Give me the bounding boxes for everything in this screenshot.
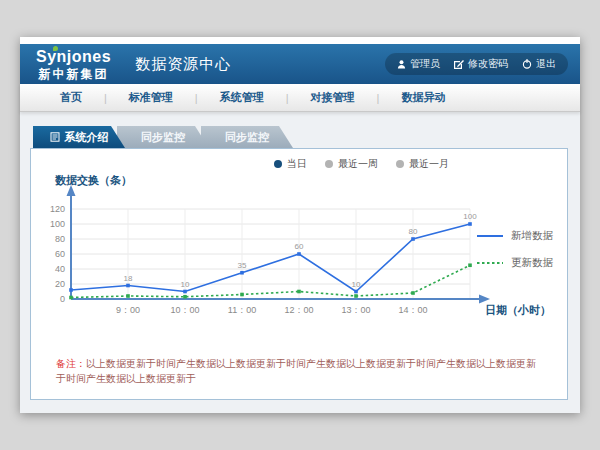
user-menu-admin-label: 管理员: [410, 57, 440, 71]
edit-icon: [454, 59, 464, 69]
user-icon: [397, 59, 406, 69]
svg-text:80: 80: [409, 227, 418, 236]
svg-text:20: 20: [55, 279, 65, 289]
radio-label: 最近一月: [409, 157, 449, 171]
chart-legend: 新增数据 更新数据: [477, 229, 553, 270]
change-password-label: 修改密码: [468, 57, 508, 71]
chart-panel: 当日 最近一周 最近一月 0204060801001209：0010：0011：…: [30, 148, 568, 400]
svg-text:数据交换（条）: 数据交换（条）: [54, 174, 132, 187]
legend-line-solid-icon: [477, 233, 503, 239]
svg-text:80: 80: [55, 234, 65, 244]
footnote: 备注：以上数据更新于时间产生数据以上数据更新于时间产生数据以上数据更新于时间产生…: [56, 357, 544, 386]
svg-text:100: 100: [50, 219, 65, 229]
logo[interactable]: Synjones 新中新集团: [36, 49, 111, 80]
logo-text-cn: 新中新集团: [36, 68, 111, 80]
user-menu: 管理员 修改密码 退出: [385, 53, 568, 75]
period-filter: 当日 最近一周 最近一月: [274, 157, 449, 171]
legend-item-update-data: 更新数据: [477, 256, 553, 270]
tab-sync-monitor-1[interactable]: 同步监控: [117, 126, 209, 148]
tab-label: 同步监控: [141, 130, 185, 145]
svg-text:100: 100: [463, 212, 477, 221]
radio-today[interactable]: 当日: [274, 157, 307, 171]
page-title: 数据资源中心: [135, 55, 231, 74]
tab-sync-monitor-2[interactable]: 同步监控: [201, 126, 293, 148]
logout-button[interactable]: 退出: [522, 57, 556, 71]
svg-text:40: 40: [55, 264, 65, 274]
top-strip: [20, 37, 580, 44]
change-password-button[interactable]: 修改密码: [454, 57, 508, 71]
svg-text:60: 60: [295, 242, 304, 251]
nav-item-standards[interactable]: 标准管理: [107, 90, 195, 105]
footnote-text: 以上数据更新于时间产生数据以上数据更新于时间产生数据以上数据更新于时间产生数据以…: [56, 358, 536, 384]
radio-dot-icon: [274, 160, 282, 168]
radio-last-month[interactable]: 最近一月: [396, 157, 449, 171]
legend-label: 新增数据: [511, 229, 553, 243]
radio-dot-icon: [396, 160, 404, 168]
legend-item-new-data: 新增数据: [477, 229, 553, 243]
radio-label: 当日: [287, 157, 307, 171]
nav-item-home[interactable]: 首页: [38, 90, 104, 105]
svg-text:35: 35: [238, 261, 247, 270]
svg-text:14：00: 14：00: [398, 305, 427, 315]
app-header: Synjones 新中新集团 数据资源中心 管理员 修改密码 退出: [20, 44, 580, 84]
svg-text:18: 18: [124, 274, 133, 283]
svg-text:9：00: 9：00: [116, 305, 140, 315]
svg-text:10: 10: [352, 280, 361, 289]
svg-text:12：00: 12：00: [284, 305, 313, 315]
radio-label: 最近一周: [338, 157, 378, 171]
nav-item-integration[interactable]: 对接管理: [289, 90, 377, 105]
radio-last-week[interactable]: 最近一周: [325, 157, 378, 171]
logout-label: 退出: [536, 57, 556, 71]
main-nav: 首页 | 标准管理 | 系统管理 | 对接管理 | 数据异动: [20, 84, 580, 112]
tab-bar: 系统介绍 同步监控 同步监控: [33, 126, 293, 148]
svg-text:60: 60: [55, 249, 65, 259]
tab-system-intro[interactable]: 系统介绍: [33, 126, 125, 148]
user-menu-admin[interactable]: 管理员: [397, 57, 440, 71]
svg-text:120: 120: [50, 204, 65, 214]
svg-text:10: 10: [181, 280, 190, 289]
nav-item-data-changes[interactable]: 数据异动: [379, 90, 467, 105]
tab-label: 系统介绍: [65, 130, 109, 145]
svg-text:13：00: 13：00: [341, 305, 370, 315]
tab-label: 同步监控: [225, 130, 269, 145]
content-area: 系统介绍 同步监控 同步监控 当日 最近一周: [20, 112, 580, 414]
document-icon: [50, 132, 60, 142]
svg-text:11：00: 11：00: [228, 305, 256, 315]
app-window: Synjones 新中新集团 数据资源中心 管理员 修改密码 退出 首页 | 标…: [20, 37, 580, 413]
legend-line-dotted-icon: [477, 260, 503, 266]
footnote-label: 备注：: [56, 358, 86, 369]
legend-label: 更新数据: [511, 256, 553, 270]
svg-text:10：00: 10：00: [170, 305, 199, 315]
logo-leaf-icon: [53, 46, 58, 51]
svg-text:日期（小时）: 日期（小时）: [485, 304, 551, 317]
nav-item-system[interactable]: 系统管理: [198, 90, 286, 105]
logout-icon: [522, 59, 532, 69]
logo-text-en: Synjones: [36, 49, 111, 65]
svg-text:0: 0: [60, 294, 65, 304]
radio-dot-icon: [325, 160, 333, 168]
